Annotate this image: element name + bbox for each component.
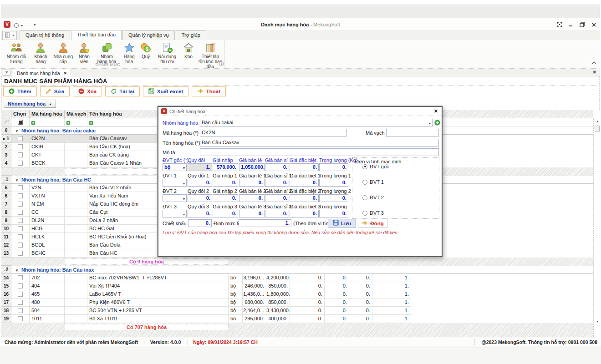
row-select-cell[interactable]: [11, 135, 30, 143]
unit-value-input[interactable]: 0.: [239, 179, 265, 187]
cell-gia-ban-si[interactable]: 0.: [290, 307, 325, 315]
product-code-input[interactable]: CK2N: [200, 129, 347, 136]
cell-ma-vach[interactable]: [65, 217, 87, 225]
unit-value-input[interactable]: 0.: [265, 179, 289, 187]
cell-ma-hang-hoa[interactable]: HCG: [30, 225, 65, 233]
row-checkbox[interactable]: [18, 251, 23, 256]
cell-ma-hang-hoa[interactable]: 404: [30, 282, 65, 290]
unit-value-input[interactable]: 0.: [290, 179, 319, 187]
description-input[interactable]: [200, 148, 439, 156]
ribbon-split-button[interactable]: ▾: [2, 31, 17, 40]
select-all-checkbox[interactable]: [18, 120, 23, 125]
unit-value-input[interactable]: 0.: [239, 210, 265, 217]
filter-cell[interactable]: [65, 118, 87, 126]
table-row[interactable]: 17480Phụ Kiện 480V6 Tbộ680,000.850,000.0…: [1, 298, 600, 307]
column-header-1[interactable]: Chọn: [11, 110, 30, 118]
row-checkbox[interactable]: [18, 292, 23, 297]
cell-ma-hang-hoa[interactable]: VXTN: [30, 192, 65, 200]
row-select-cell[interactable]: [11, 274, 30, 282]
unit-value-input[interactable]: 0.: [213, 194, 238, 202]
row-select-cell[interactable]: [11, 159, 30, 167]
table-row[interactable]: 16465LaBo L465V Tbộ1,436,0...1,800,000.0…: [1, 290, 600, 298]
product-group-select[interactable]: Bàn cầu cakai: [200, 119, 433, 126]
row-checkbox[interactable]: [18, 226, 23, 231]
row-select-cell[interactable]: [11, 307, 30, 315]
table-row[interactable]: 14702BC inax 702VRN/BW1_T +L288VTbộ3,196…: [1, 274, 600, 282]
cell-ma-hang-hoa[interactable]: CKIH: [30, 143, 65, 151]
row-select-cell[interactable]: [11, 184, 30, 192]
row-checkbox[interactable]: [18, 152, 23, 157]
row-checkbox[interactable]: [18, 210, 23, 215]
cell-gia-ban-le[interactable]: 850,000.: [266, 298, 290, 307]
close-dialog-button[interactable]: Đóng: [358, 219, 387, 228]
cell-ma-vach[interactable]: [65, 225, 87, 233]
cell-quy-doi[interactable]: 1.: [372, 282, 411, 290]
stock-norm-input[interactable]: 1.: [239, 219, 291, 227]
edit-button[interactable]: Sửa: [40, 86, 70, 96]
group-row[interactable]: -2▼Nhóm hàng hóa: Bàn Cầu inax: [1, 266, 600, 274]
cell-gia-dac-biet[interactable]: 0.: [325, 282, 349, 290]
scroll-down-arrow[interactable]: ▼: [595, 319, 600, 324]
cell-gia-ban-si[interactable]: 0.: [290, 298, 325, 307]
table-row[interactable]: 191011Bộ Xã T1011bộ295,000.400,000.0.0.0…: [1, 315, 600, 323]
unit-value-input[interactable]: 0.: [319, 163, 348, 171]
ribbon-item-warehouse[interactable]: Kho: [181, 41, 196, 60]
cell-gia-dac-biet[interactable]: 0.: [325, 307, 349, 315]
row-select-cell[interactable]: [11, 208, 30, 217]
cell-trong-luong[interactable]: 0.: [349, 307, 372, 315]
excel-button[interactable]: Xuất excel: [143, 86, 188, 96]
unit-value-input[interactable]: 0.: [188, 210, 212, 217]
cell-ma-vach[interactable]: [65, 192, 87, 200]
ribbon-tab-2[interactable]: Thiết lập ban đầu: [71, 30, 122, 40]
cell-gia-dac-biet[interactable]: 0.: [325, 315, 349, 323]
cell-gia-nhap[interactable]: 295,000.: [243, 315, 266, 323]
cell-ma-vach[interactable]: [65, 249, 87, 258]
cell-ma-hang-hoa[interactable]: BCHC: [30, 249, 65, 258]
cell-trong-luong[interactable]: 0.: [349, 298, 372, 307]
cell-ma-hang-hoa[interactable]: BCCK: [30, 159, 65, 167]
cell-ma-hang-hoa[interactable]: DL2N: [30, 217, 65, 225]
unit-select-3[interactable]: [163, 210, 187, 217]
discount-input[interactable]: 0.: [188, 219, 212, 227]
cell-ma-hang-hoa[interactable]: CK2N: [30, 135, 65, 143]
close-button[interactable]: [591, 22, 596, 27]
cell-trong-luong[interactable]: 0.: [349, 274, 372, 282]
cell-gia-ban-le[interactable]: 350,000.: [266, 282, 290, 290]
row-checkbox[interactable]: [18, 161, 23, 166]
fit-window-button[interactable]: [557, 22, 562, 27]
cell-gia-nhap[interactable]: 3,196,0...: [243, 274, 266, 282]
product-name-input[interactable]: Bàn Cầu Caxsav: [200, 139, 439, 147]
row-select-cell[interactable]: [11, 241, 30, 249]
radio-dvt-3[interactable]: ĐVT 3: [362, 210, 384, 216]
unit-value-input[interactable]: 1.: [188, 163, 212, 171]
cell-ten-hang-hoa[interactable]: Bộ Xã T1011: [87, 315, 229, 323]
row-checkbox[interactable]: [18, 300, 23, 305]
cell-ma-hang-hoa[interactable]: HCLK: [30, 233, 65, 241]
barcode-input[interactable]: [386, 129, 439, 136]
unit-value-input[interactable]: 0.: [319, 194, 348, 202]
radio-dvt-2[interactable]: ĐVT 2: [362, 195, 384, 200]
add-button[interactable]: Thêm: [3, 86, 37, 96]
tab-close-left-button[interactable]: ✕: [3, 70, 10, 76]
cell-ma-hang-hoa[interactable]: 1011: [30, 315, 65, 323]
row-checkbox[interactable]: [18, 243, 23, 248]
row-checkbox[interactable]: [18, 193, 23, 198]
cell-ten-hang-hoa[interactable]: LaBo L465V T: [87, 290, 229, 298]
ribbon-item-employee[interactable]: Nhân viên: [75, 41, 93, 65]
refresh-button[interactable]: Tải lại: [105, 86, 140, 96]
radio-dvt-1[interactable]: ĐVT 1: [362, 179, 384, 185]
cell-ma-vach[interactable]: [65, 290, 87, 298]
cell-dvt[interactable]: bộ: [229, 282, 243, 290]
unit-value-input[interactable]: 570,000.: [213, 163, 238, 171]
row-checkbox[interactable]: [18, 202, 23, 207]
vertical-scrollbar[interactable]: ▲▼: [593, 118, 600, 337]
cell-ma-hang-hoa[interactable]: BCDL: [30, 241, 65, 249]
cell-trong-luong[interactable]: 0.: [349, 282, 372, 290]
row-select-cell[interactable]: [11, 225, 30, 233]
cell-gia-nhap[interactable]: 2,464,0...: [243, 307, 266, 315]
tab-close-icon[interactable]: ✕: [64, 71, 67, 76]
cell-ma-vach[interactable]: [65, 159, 87, 167]
cell-ma-hang-hoa[interactable]: 465: [30, 290, 65, 298]
unit-value-input[interactable]: 0.: [319, 179, 348, 187]
cell-ma-vach[interactable]: [65, 298, 87, 307]
